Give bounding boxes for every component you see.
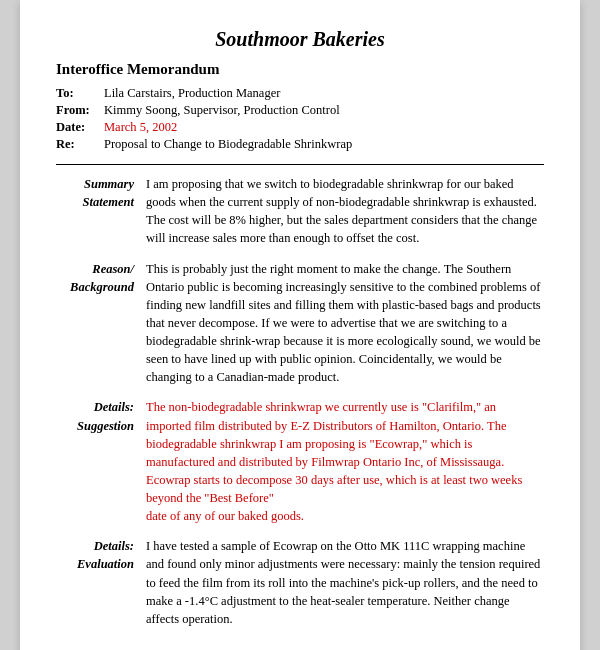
from-value: Kimmy Soong, Supervisor, Production Cont… [104, 103, 340, 118]
section-3: Details: EvaluationI have tested a sampl… [56, 537, 544, 628]
date-row: Date: March 5, 2002 [56, 120, 544, 135]
re-row: Re: Proposal to Change to Biodegradable … [56, 137, 544, 152]
section-body-3: I have tested a sample of Ecowrap on the… [146, 537, 544, 628]
to-label: To: [56, 86, 104, 101]
to-value: Lila Carstairs, Production Manager [104, 86, 280, 101]
date-value: March 5, 2002 [104, 120, 177, 135]
memo-fields: To: Lila Carstairs, Production Manager F… [56, 86, 544, 152]
section-2: Details: SuggestionThe non-biodegradable… [56, 398, 544, 525]
section-label-2: Details: Suggestion [56, 398, 146, 525]
section-1: Reason/ BackgroundThis is probably just … [56, 260, 544, 387]
section-body-2: The non-biodegradable shrinkwrap we curr… [146, 398, 544, 525]
from-row: From: Kimmy Soong, Supervisor, Productio… [56, 103, 544, 118]
sections-container: Summary StatementI am proposing that we … [56, 175, 544, 628]
section-body-1: This is probably just the right moment t… [146, 260, 544, 387]
re-value: Proposal to Change to Biodegradable Shri… [104, 137, 352, 152]
company-title: Southmoor Bakeries [56, 28, 544, 51]
re-label: Re: [56, 137, 104, 152]
date-label: Date: [56, 120, 104, 135]
section-label-0: Summary Statement [56, 175, 146, 248]
section-0: Summary StatementI am proposing that we … [56, 175, 544, 248]
to-row: To: Lila Carstairs, Production Manager [56, 86, 544, 101]
section-label-3: Details: Evaluation [56, 537, 146, 628]
document-page: Southmoor Bakeries Interoffice Memorandu… [20, 0, 580, 650]
divider [56, 164, 544, 165]
memo-heading: Interoffice Memorandum [56, 61, 544, 78]
section-body-0: I am proposing that we switch to biodegr… [146, 175, 544, 248]
from-label: From: [56, 103, 104, 118]
section-label-1: Reason/ Background [56, 260, 146, 387]
